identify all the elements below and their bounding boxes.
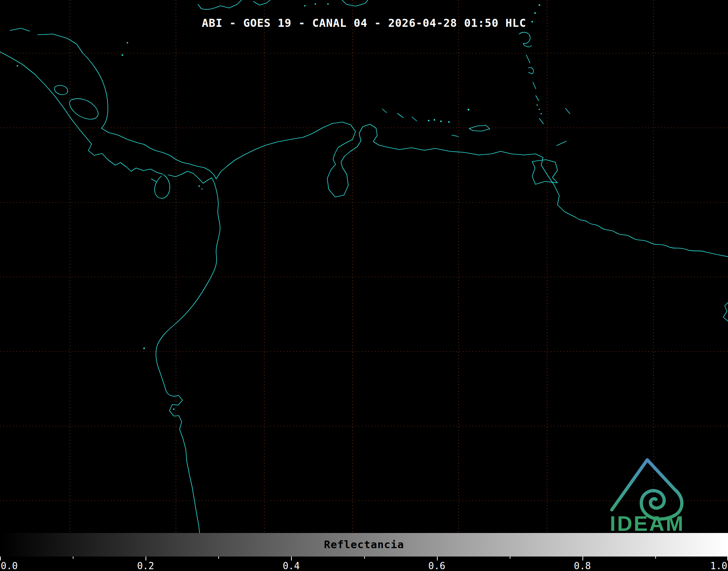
colorbar-tick-label: 1.0: [710, 560, 727, 571]
colorbar-tick-label: 0.8: [574, 560, 591, 571]
colorbar-tick-label: 0.0: [1, 560, 18, 571]
colorbar-major-tick: [0, 557, 1, 560]
image-title: ABI - GOES 19 - CANAL 04 - 2026-04-28 01…: [0, 17, 728, 29]
colorbar-major-tick: [582, 557, 583, 560]
colorbar-label: Reflectancia: [0, 538, 728, 551]
colorbar-minor-tick: [510, 557, 510, 559]
colorbar-tick-label: 0.6: [428, 560, 445, 571]
colorbar-major-tick: [291, 557, 292, 560]
ideam-mountain-spiral-icon: [612, 460, 682, 519]
colorbar-minor-tick: [73, 557, 73, 559]
ideam-logo: IDEAM: [0, 0, 728, 533]
map-area: IDEAM ABI - GOES 19 - CANAL 04 - 2026-04…: [0, 0, 728, 533]
logo-text: IDEAM: [610, 512, 685, 533]
colorbar-tick-label: 0.2: [137, 560, 154, 571]
colorbar: Reflectancia: [0, 533, 728, 557]
colorbar-minor-tick: [655, 557, 656, 559]
colorbar-minor-tick: [364, 557, 365, 559]
colorbar-axis: 0.00.20.40.60.81.0: [0, 557, 728, 571]
satellite-image-viewport: IDEAM ABI - GOES 19 - CANAL 04 - 2026-04…: [0, 0, 728, 571]
colorbar-tick-label: 0.4: [283, 560, 300, 571]
colorbar-minor-tick: [218, 557, 219, 559]
colorbar-major-tick: [146, 557, 146, 560]
colorbar-major-tick: [437, 557, 438, 560]
